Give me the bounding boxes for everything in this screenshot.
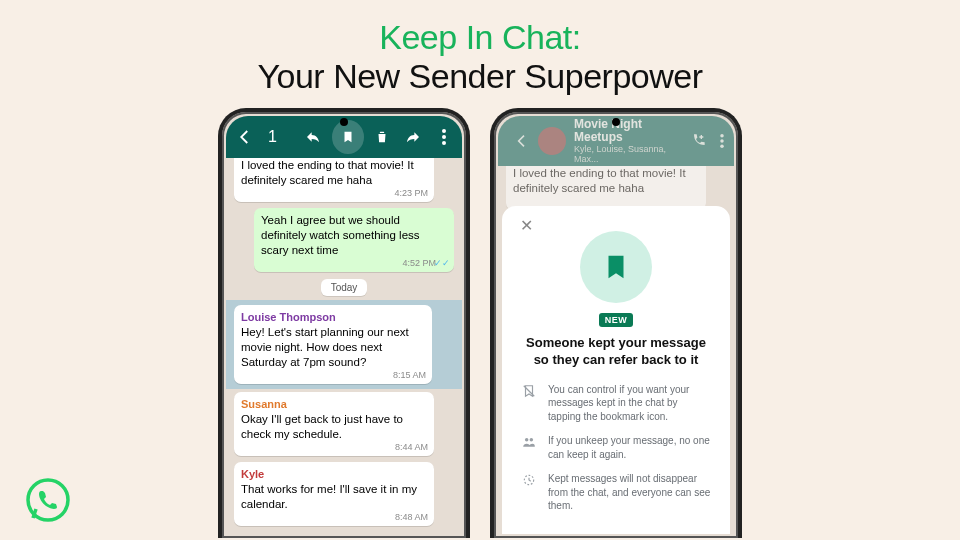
sheet-title: Someone kept your message so they can re… xyxy=(520,335,712,369)
group-avatar[interactable] xyxy=(538,127,566,155)
info-list: You can control if you want your message… xyxy=(520,383,712,513)
sender-name: Louise Thompson xyxy=(241,310,425,324)
svg-point-1 xyxy=(442,135,446,139)
chat-messages: I loved the ending to that movie! It def… xyxy=(226,158,462,529)
svg-point-7 xyxy=(530,438,534,442)
people-icon xyxy=(520,434,538,449)
message-text: I loved the ending to that movie! It def… xyxy=(241,159,414,186)
message-incoming[interactable]: Kyle That works for me! I'll save it in … xyxy=(234,462,434,526)
message-text: Hey! Let's start planning our next movie… xyxy=(241,326,409,368)
back-arrow-icon[interactable] xyxy=(514,133,530,149)
message-incoming[interactable]: I loved the ending to that movie! It def… xyxy=(234,158,434,202)
phone-right: Movie Night Meetups Kyle, Louise, Susann… xyxy=(490,108,742,538)
message-incoming[interactable]: Susanna Okay I'll get back to just have … xyxy=(234,392,434,456)
message-time: 4:52 PM xyxy=(402,258,436,270)
keep-bookmark-button[interactable] xyxy=(332,120,364,154)
svg-point-4 xyxy=(720,139,724,143)
whatsapp-logo-icon xyxy=(26,478,70,522)
message-time: 8:15 AM xyxy=(393,370,426,382)
close-icon[interactable]: ✕ xyxy=(520,216,533,235)
heading-line1: Keep In Chat: xyxy=(0,18,960,57)
svg-point-5 xyxy=(720,145,724,149)
heading-line2: Your New Sender Superpower xyxy=(0,57,960,96)
kept-message-sheet: ✕ NEW Someone kept your message so they … xyxy=(502,206,730,534)
selection-count: 1 xyxy=(268,128,277,146)
sender-name: Susanna xyxy=(241,397,427,411)
message-outgoing[interactable]: Yeah I agree but we should definitely wa… xyxy=(254,208,454,272)
message-text: Yeah I agree but we should definitely wa… xyxy=(261,214,420,256)
phone-left: 1 I loved the xyxy=(218,108,470,538)
svg-point-2 xyxy=(442,141,446,145)
read-ticks-icon: ✓✓ xyxy=(434,258,450,270)
date-chip: Today xyxy=(321,279,368,296)
delete-icon[interactable] xyxy=(374,130,391,144)
forward-icon[interactable] xyxy=(404,129,421,145)
add-call-icon[interactable] xyxy=(690,133,706,149)
info-text: You can control if you want your message… xyxy=(548,383,712,424)
info-text: Kept messages will not disappear from th… xyxy=(548,472,712,513)
more-icon[interactable] xyxy=(720,134,724,148)
info-row: If you unkeep your message, no one can k… xyxy=(520,434,712,461)
info-text: If you unkeep your message, no one can k… xyxy=(548,434,712,461)
svg-point-6 xyxy=(525,438,529,442)
bookmark-hero-icon xyxy=(580,231,652,303)
message-time: 4:23 PM xyxy=(394,188,428,200)
bookmark-off-icon xyxy=(520,383,538,398)
info-row: Kept messages will not disappear from th… xyxy=(520,472,712,513)
camera-hole xyxy=(612,118,620,126)
message-text: I loved the ending to that movie! It def… xyxy=(513,167,686,194)
message-time: 8:48 AM xyxy=(395,512,428,524)
camera-hole xyxy=(340,118,348,126)
heading: Keep In Chat: Your New Sender Superpower xyxy=(0,0,960,96)
message-incoming[interactable]: Louise Thompson Hey! Let's start plannin… xyxy=(234,305,432,384)
new-badge: NEW xyxy=(599,313,634,327)
message-incoming: I loved the ending to that movie! It def… xyxy=(506,166,706,210)
group-members: Kyle, Louise, Susanna, Max... xyxy=(574,144,676,164)
selected-message-row[interactable]: Louise Thompson Hey! Let's start plannin… xyxy=(226,300,462,389)
group-title: Movie Night Meetups xyxy=(574,118,676,144)
message-text: That works for me! I'll save it in my ca… xyxy=(241,483,417,510)
message-time: 8:44 AM xyxy=(395,442,428,454)
more-icon[interactable] xyxy=(435,129,452,145)
message-text: Okay I'll get back to just have to check… xyxy=(241,413,403,440)
info-row: You can control if you want your message… xyxy=(520,383,712,424)
reply-icon[interactable] xyxy=(305,129,322,145)
sender-name: Kyle xyxy=(241,467,427,481)
timer-off-icon xyxy=(520,472,538,487)
svg-point-0 xyxy=(442,129,446,133)
back-arrow-icon[interactable] xyxy=(236,128,254,146)
svg-point-3 xyxy=(720,134,724,138)
